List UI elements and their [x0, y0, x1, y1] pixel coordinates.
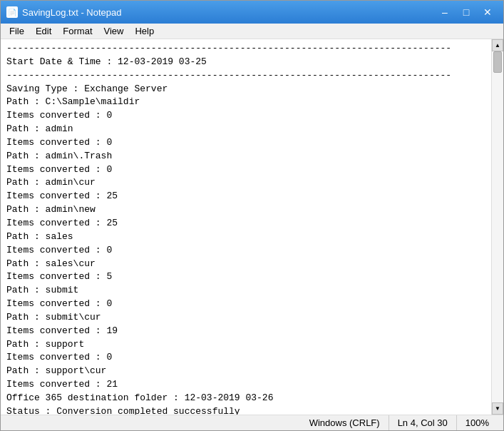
- minimize-button[interactable]: –: [435, 5, 455, 19]
- text-editor[interactable]: ----------------------------------------…: [1, 39, 491, 415]
- menu-edit[interactable]: Edit: [30, 24, 57, 38]
- window-title: SavingLog.txt - Notepad: [22, 7, 121, 18]
- menu-bar: File Edit Format View Help: [1, 24, 503, 39]
- window-controls: – □ ✕: [435, 5, 498, 19]
- vertical-scrollbar[interactable]: ▲ ▼: [491, 39, 503, 415]
- scroll-up-button[interactable]: ▲: [492, 39, 503, 51]
- title-bar-left: 📄 SavingLog.txt - Notepad: [6, 6, 121, 18]
- menu-help[interactable]: Help: [129, 24, 160, 38]
- maximize-button[interactable]: □: [456, 5, 476, 19]
- scroll-thumb[interactable]: [493, 51, 502, 73]
- zoom-level: 100%: [457, 415, 498, 430]
- app-icon: 📄: [6, 6, 18, 18]
- editor-area: ----------------------------------------…: [1, 39, 503, 415]
- title-bar: 📄 SavingLog.txt - Notepad – □ ✕: [1, 1, 503, 24]
- menu-file[interactable]: File: [4, 24, 30, 38]
- notepad-window: 📄 SavingLog.txt - Notepad – □ ✕ File Edi…: [0, 0, 504, 431]
- status-bar: Windows (CRLF) Ln 4, Col 30 100%: [1, 415, 503, 430]
- cursor-position: Ln 4, Col 30: [389, 415, 457, 430]
- menu-view[interactable]: View: [98, 24, 130, 38]
- close-button[interactable]: ✕: [478, 5, 498, 19]
- scroll-down-button[interactable]: ▼: [492, 402, 503, 415]
- line-ending-indicator: Windows (CRLF): [301, 415, 389, 430]
- scroll-track[interactable]: [492, 51, 503, 402]
- menu-format[interactable]: Format: [57, 24, 98, 38]
